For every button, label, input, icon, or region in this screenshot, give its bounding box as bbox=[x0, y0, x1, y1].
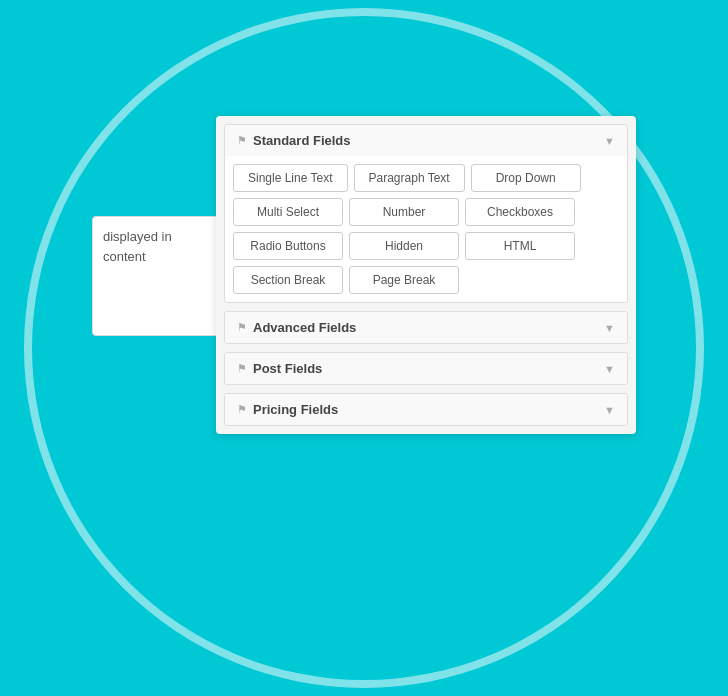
post-fields-icon: ⚑ bbox=[237, 362, 247, 375]
multi-select-btn[interactable]: Multi Select bbox=[233, 198, 343, 226]
standard-fields-body: Single Line Text Paragraph Text Drop Dow… bbox=[225, 156, 627, 302]
standard-fields-header[interactable]: ⚑ Standard Fields ▼ bbox=[225, 125, 627, 156]
pricing-fields-section: ⚑ Pricing Fields ▼ bbox=[224, 393, 628, 426]
standard-fields-header-left: ⚑ Standard Fields bbox=[237, 133, 351, 148]
html-btn[interactable]: HTML bbox=[465, 232, 575, 260]
advanced-fields-icon: ⚑ bbox=[237, 321, 247, 334]
radio-buttons-btn[interactable]: Radio Buttons bbox=[233, 232, 343, 260]
left-text-line2: content bbox=[103, 249, 146, 264]
checkboxes-btn[interactable]: Checkboxes bbox=[465, 198, 575, 226]
pricing-fields-chevron: ▼ bbox=[604, 404, 615, 416]
section-break-btn[interactable]: Section Break bbox=[233, 266, 343, 294]
advanced-fields-header-left: ⚑ Advanced Fields bbox=[237, 320, 356, 335]
post-fields-section: ⚑ Post Fields ▼ bbox=[224, 352, 628, 385]
left-text-line1: displayed in bbox=[103, 229, 172, 244]
drop-down-btn[interactable]: Drop Down bbox=[471, 164, 581, 192]
hidden-btn[interactable]: Hidden bbox=[349, 232, 459, 260]
paragraph-text-btn[interactable]: Paragraph Text bbox=[354, 164, 465, 192]
standard-fields-chevron: ▼ bbox=[604, 135, 615, 147]
left-box-text: displayed in content bbox=[103, 229, 172, 264]
fields-panel: ⚑ Standard Fields ▼ Single Line Text Par… bbox=[216, 116, 636, 434]
single-line-text-btn[interactable]: Single Line Text bbox=[233, 164, 348, 192]
number-btn[interactable]: Number bbox=[349, 198, 459, 226]
pricing-fields-header[interactable]: ⚑ Pricing Fields ▼ bbox=[225, 394, 627, 425]
standard-fields-section: ⚑ Standard Fields ▼ Single Line Text Par… bbox=[224, 124, 628, 303]
page-break-btn[interactable]: Page Break bbox=[349, 266, 459, 294]
standard-fields-icon: ⚑ bbox=[237, 134, 247, 147]
standard-fields-title: Standard Fields bbox=[253, 133, 351, 148]
pricing-fields-title: Pricing Fields bbox=[253, 402, 338, 417]
post-fields-chevron: ▼ bbox=[604, 363, 615, 375]
advanced-fields-title: Advanced Fields bbox=[253, 320, 356, 335]
pricing-fields-header-left: ⚑ Pricing Fields bbox=[237, 402, 338, 417]
advanced-fields-header[interactable]: ⚑ Advanced Fields ▼ bbox=[225, 312, 627, 343]
advanced-fields-section: ⚑ Advanced Fields ▼ bbox=[224, 311, 628, 344]
advanced-fields-chevron: ▼ bbox=[604, 322, 615, 334]
pricing-fields-icon: ⚑ bbox=[237, 403, 247, 416]
post-fields-header[interactable]: ⚑ Post Fields ▼ bbox=[225, 353, 627, 384]
circle-background: displayed in content ⚑ Standard Fields ▼… bbox=[24, 8, 704, 688]
post-fields-title: Post Fields bbox=[253, 361, 322, 376]
post-fields-header-left: ⚑ Post Fields bbox=[237, 361, 322, 376]
